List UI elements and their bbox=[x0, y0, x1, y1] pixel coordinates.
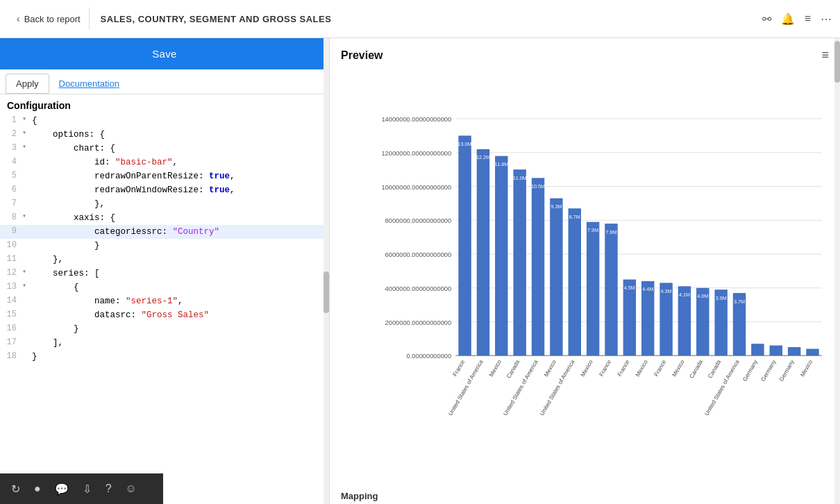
pin-icon[interactable]: ⚯ bbox=[762, 12, 771, 26]
svg-text:Mexico: Mexico bbox=[799, 359, 814, 378]
svg-text:8000000.00000000000: 8000000.00000000000 bbox=[385, 217, 452, 224]
svg-text:Mexico: Mexico bbox=[635, 359, 649, 378]
svg-text:12000000.00000000000: 12000000.00000000000 bbox=[381, 150, 451, 157]
line-number: 4 bbox=[3, 156, 22, 169]
collapse-arrow-icon[interactable]: ▾ bbox=[22, 114, 32, 125]
back-button[interactable]: ‹ Back to report bbox=[8, 8, 90, 30]
svg-text:10.5M: 10.5M bbox=[531, 183, 545, 190]
download-icon[interactable]: ⇩ bbox=[83, 482, 92, 496]
line-number: 13 bbox=[3, 280, 22, 294]
bar-6[interactable] bbox=[569, 208, 581, 355]
svg-text:11.8M: 11.8M bbox=[494, 161, 508, 167]
code-line-17: 17 ], bbox=[0, 336, 329, 350]
menu-lines-icon[interactable]: ≡ bbox=[805, 12, 811, 25]
right-panel: Preview ≡ 14000000.0000000000012000000.0… bbox=[330, 38, 840, 504]
line-number: 6 bbox=[3, 183, 22, 196]
code-line-9: 9 categoriessrc: "Country" bbox=[0, 225, 329, 239]
report-title: SALES, COUNTRY, SEGMENT AND GROSS SALES bbox=[101, 14, 332, 24]
bar-2[interactable] bbox=[495, 156, 507, 356]
svg-text:4.4M: 4.4M bbox=[642, 286, 653, 292]
collapse-arrow-icon[interactable]: ▾ bbox=[22, 280, 32, 292]
refresh-icon[interactable]: ↻ bbox=[11, 482, 20, 496]
bar-0[interactable] bbox=[458, 135, 471, 355]
collapse-arrow-icon[interactable]: ▾ bbox=[22, 267, 32, 278]
svg-text:8.7M: 8.7M bbox=[569, 214, 580, 220]
hamburger-icon[interactable]: ≡ bbox=[821, 48, 829, 62]
bar-7[interactable] bbox=[587, 222, 599, 356]
code-content: name: "series-1", bbox=[32, 294, 326, 308]
tab-apply[interactable]: Apply bbox=[6, 74, 49, 94]
tabs-row: Apply Documentation bbox=[0, 69, 329, 94]
svg-text:4000000.00000000000: 4000000.00000000000 bbox=[385, 285, 452, 292]
help-icon[interactable]: ? bbox=[106, 482, 112, 495]
code-content: id: "basic-bar", bbox=[32, 156, 326, 169]
svg-text:United States of America: United States of America bbox=[447, 359, 484, 417]
svg-text:10000000.00000000000: 10000000.00000000000 bbox=[381, 184, 451, 191]
bar-16[interactable] bbox=[751, 344, 764, 355]
line-number: 3 bbox=[3, 142, 22, 155]
bar-4[interactable] bbox=[532, 178, 544, 355]
svg-text:Mexico: Mexico bbox=[488, 359, 503, 378]
left-scroll-thumb[interactable] bbox=[324, 271, 329, 313]
svg-text:4.1M: 4.1M bbox=[679, 292, 690, 298]
svg-text:6000000.00000000000: 6000000.00000000000 bbox=[385, 251, 452, 258]
bar-1[interactable] bbox=[477, 149, 489, 355]
code-content: ], bbox=[32, 336, 326, 350]
code-editor[interactable]: 1▾{2▾ options: {3▾ chart: {4 id: "basic-… bbox=[0, 114, 329, 504]
svg-text:Canada: Canada bbox=[689, 359, 704, 380]
svg-text:12.2M: 12.2M bbox=[476, 154, 490, 160]
code-content: redrawOnParentResize: true, bbox=[32, 169, 326, 183]
svg-text:Canada: Canada bbox=[707, 359, 722, 380]
collapse-arrow-icon[interactable]: ▾ bbox=[22, 142, 32, 153]
line-number: 10 bbox=[3, 239, 22, 252]
svg-text:France: France bbox=[653, 359, 668, 378]
bar-18[interactable] bbox=[788, 347, 800, 355]
code-line-5: 5 redrawOnParentResize: true, bbox=[0, 169, 329, 183]
config-label: Configuration bbox=[0, 94, 329, 114]
svg-text:France: France bbox=[598, 359, 613, 378]
svg-text:0.00000000000: 0.00000000000 bbox=[407, 353, 452, 360]
svg-text:4.3M: 4.3M bbox=[661, 288, 672, 294]
line-number: 9 bbox=[3, 225, 22, 238]
line-number: 12 bbox=[3, 267, 22, 280]
preview-title: Preview bbox=[341, 49, 383, 62]
main-layout: Save Apply Documentation Configuration 1… bbox=[0, 38, 840, 504]
code-line-4: 4 id: "basic-bar", bbox=[0, 156, 329, 169]
code-content: redrawOnWindowResize: true, bbox=[32, 183, 326, 197]
bar-3[interactable] bbox=[513, 169, 526, 355]
collapse-arrow-icon[interactable]: ▾ bbox=[22, 128, 32, 139]
bar-8[interactable] bbox=[605, 224, 617, 355]
svg-text:7.8M: 7.8M bbox=[605, 229, 616, 235]
back-label: Back to report bbox=[24, 14, 81, 24]
tab-documentation[interactable]: Documentation bbox=[49, 74, 129, 93]
right-scrollbar[interactable] bbox=[834, 38, 840, 504]
code-content: series: [ bbox=[32, 267, 326, 280]
more-icon[interactable]: ⋯ bbox=[821, 12, 832, 26]
save-button[interactable]: Save bbox=[0, 38, 329, 69]
record-icon[interactable]: ● bbox=[34, 482, 41, 495]
svg-text:Germany: Germany bbox=[760, 358, 778, 383]
emoji-icon[interactable]: ☺ bbox=[126, 482, 137, 495]
line-number: 11 bbox=[3, 253, 22, 266]
bar-5[interactable] bbox=[550, 199, 562, 356]
svg-text:Germany: Germany bbox=[778, 358, 796, 383]
line-number: 18 bbox=[3, 350, 22, 363]
code-content: { bbox=[32, 114, 326, 128]
right-scroll-thumb[interactable] bbox=[834, 41, 840, 83]
header: ‹ Back to report SALES, COUNTRY, SEGMENT… bbox=[0, 0, 840, 38]
code-content: }, bbox=[32, 197, 326, 211]
svg-text:11.0M: 11.0M bbox=[513, 175, 527, 181]
bar-17[interactable] bbox=[770, 346, 782, 356]
svg-text:Mexico: Mexico bbox=[580, 359, 594, 378]
chevron-left-icon: ‹ bbox=[17, 13, 20, 24]
collapse-arrow-icon[interactable]: ▾ bbox=[22, 211, 32, 222]
code-line-11: 11 }, bbox=[0, 253, 329, 267]
left-scrollbar[interactable] bbox=[324, 38, 329, 504]
svg-text:Germany: Germany bbox=[741, 358, 759, 383]
chat-icon[interactable]: 💬 bbox=[55, 482, 69, 496]
bell-icon[interactable]: 🔔 bbox=[781, 12, 795, 26]
svg-text:4.0M: 4.0M bbox=[697, 293, 708, 299]
line-number: 1 bbox=[3, 114, 22, 127]
code-content: }, bbox=[32, 253, 326, 267]
bar-19[interactable] bbox=[806, 348, 818, 355]
